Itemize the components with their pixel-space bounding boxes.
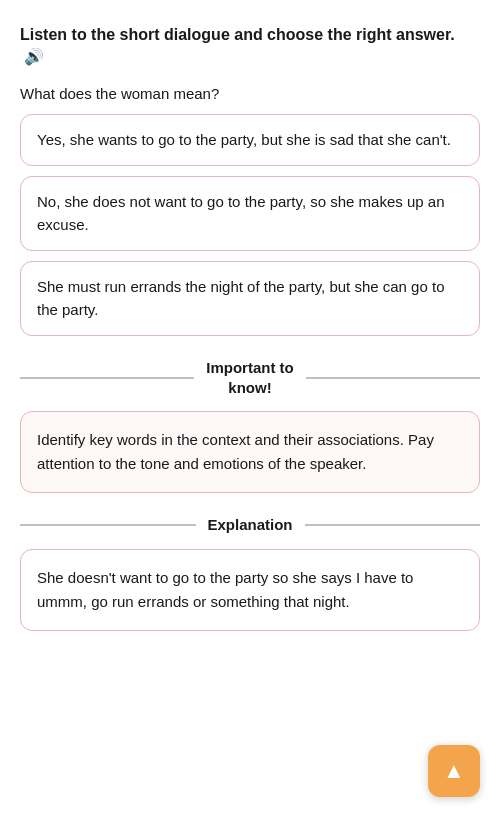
explanation-text: She doesn't want to go to the party so s… [37, 569, 413, 610]
instruction-text: Listen to the short dialogue and choose … [20, 24, 480, 69]
speaker-icon[interactable]: 🔊 [24, 46, 44, 68]
question-text: What does the woman mean? [20, 85, 480, 102]
explanation-box: She doesn't want to go to the party so s… [20, 549, 480, 631]
important-label: Important toknow! [194, 358, 306, 397]
explanation-label: Explanation [196, 515, 305, 535]
answer-option-a[interactable]: Yes, she wants to go to the party, but s… [20, 114, 480, 167]
info-box: Identify key words in the context and th… [20, 411, 480, 493]
answer-c-text: She must run errands the night of the pa… [37, 278, 444, 318]
explanation-line-right [305, 524, 481, 526]
explanation-line-left [20, 524, 196, 526]
divider-line-right [306, 377, 480, 379]
fab-button[interactable]: ▲ [428, 745, 480, 797]
important-divider: Important toknow! [20, 358, 480, 397]
divider-line-left [20, 377, 194, 379]
answer-option-b[interactable]: No, she does not want to go to the party… [20, 176, 480, 251]
info-text: Identify key words in the context and th… [37, 431, 434, 472]
instruction-label: Listen to the short dialogue and choose … [20, 26, 455, 43]
answer-b-text: No, she does not want to go to the party… [37, 193, 444, 233]
answer-option-c[interactable]: She must run errands the night of the pa… [20, 261, 480, 336]
explanation-divider: Explanation [20, 515, 480, 535]
answer-a-text: Yes, she wants to go to the party, but s… [37, 131, 451, 148]
fab-icon: ▲ [443, 758, 465, 784]
